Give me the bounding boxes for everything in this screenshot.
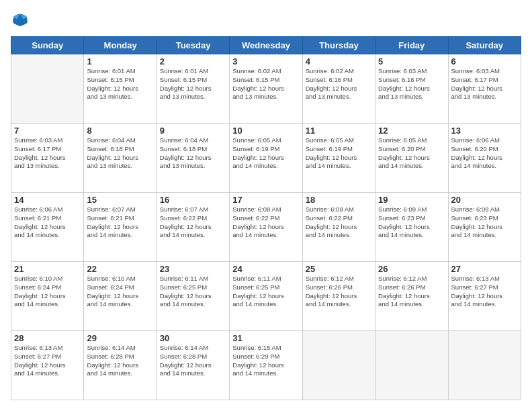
day-info: Sunrise: 6:07 AMSunset: 6:21 PMDaylight:… bbox=[87, 205, 153, 240]
day-cell: 11Sunrise: 6:05 AMSunset: 6:19 PMDayligh… bbox=[302, 124, 375, 193]
day-number: 27 bbox=[451, 264, 518, 274]
day-number: 22 bbox=[87, 264, 153, 274]
day-cell: 1Sunrise: 6:01 AMSunset: 6:15 PMDaylight… bbox=[84, 54, 157, 124]
header bbox=[11, 11, 521, 30]
day-info: Sunrise: 6:06 AMSunset: 6:21 PMDaylight:… bbox=[14, 205, 81, 240]
day-number: 28 bbox=[14, 333, 81, 343]
day-info: Sunrise: 6:10 AMSunset: 6:24 PMDaylight:… bbox=[14, 275, 81, 309]
day-info: Sunrise: 6:11 AMSunset: 6:25 PMDaylight:… bbox=[232, 275, 299, 309]
day-cell bbox=[302, 331, 375, 400]
day-cell: 21Sunrise: 6:10 AMSunset: 6:24 PMDayligh… bbox=[11, 262, 84, 331]
day-info: Sunrise: 6:05 AMSunset: 6:20 PMDaylight:… bbox=[378, 136, 445, 171]
day-number: 31 bbox=[232, 333, 299, 343]
day-info: Sunrise: 6:10 AMSunset: 6:24 PMDaylight:… bbox=[87, 275, 153, 309]
day-cell: 6Sunrise: 6:03 AMSunset: 6:17 PMDaylight… bbox=[448, 54, 521, 124]
day-cell: 31Sunrise: 6:15 AMSunset: 6:29 PMDayligh… bbox=[230, 331, 302, 400]
day-header-wednesday: Wednesday bbox=[230, 37, 302, 54]
day-cell: 15Sunrise: 6:07 AMSunset: 6:21 PMDayligh… bbox=[84, 193, 157, 262]
day-info: Sunrise: 6:01 AMSunset: 6:15 PMDaylight:… bbox=[87, 67, 153, 101]
day-info: Sunrise: 6:13 AMSunset: 6:27 PMDaylight:… bbox=[451, 275, 518, 309]
day-cell: 12Sunrise: 6:05 AMSunset: 6:20 PMDayligh… bbox=[375, 124, 448, 193]
day-cell: 26Sunrise: 6:12 AMSunset: 6:26 PMDayligh… bbox=[375, 262, 448, 331]
day-cell: 17Sunrise: 6:08 AMSunset: 6:22 PMDayligh… bbox=[230, 193, 302, 262]
day-info: Sunrise: 6:03 AMSunset: 6:17 PMDaylight:… bbox=[14, 136, 81, 171]
page: SundayMondayTuesdayWednesdayThursdayFrid… bbox=[0, 0, 532, 411]
day-cell: 20Sunrise: 6:09 AMSunset: 6:23 PMDayligh… bbox=[448, 193, 521, 262]
day-cell: 2Sunrise: 6:01 AMSunset: 6:15 PMDaylight… bbox=[157, 54, 229, 124]
day-number: 3 bbox=[232, 56, 299, 66]
day-number: 21 bbox=[14, 264, 81, 274]
day-number: 6 bbox=[451, 56, 518, 66]
day-number: 10 bbox=[232, 126, 299, 136]
day-info: Sunrise: 6:14 AMSunset: 6:28 PMDaylight:… bbox=[160, 344, 226, 378]
day-number: 1 bbox=[87, 56, 153, 66]
day-number: 12 bbox=[378, 126, 445, 136]
week-row-5: 28Sunrise: 6:13 AMSunset: 6:27 PMDayligh… bbox=[11, 331, 521, 400]
day-number: 2 bbox=[160, 56, 226, 66]
day-cell bbox=[375, 331, 448, 400]
day-info: Sunrise: 6:02 AMSunset: 6:15 PMDaylight:… bbox=[232, 67, 299, 101]
day-info: Sunrise: 6:05 AMSunset: 6:19 PMDaylight:… bbox=[306, 136, 372, 171]
day-info: Sunrise: 6:04 AMSunset: 6:18 PMDaylight:… bbox=[87, 136, 153, 171]
day-cell: 29Sunrise: 6:14 AMSunset: 6:28 PMDayligh… bbox=[84, 331, 157, 400]
day-number: 8 bbox=[87, 126, 153, 136]
day-info: Sunrise: 6:08 AMSunset: 6:22 PMDaylight:… bbox=[232, 205, 299, 240]
day-info: Sunrise: 6:05 AMSunset: 6:19 PMDaylight:… bbox=[232, 136, 299, 171]
calendar-table: SundayMondayTuesdayWednesdayThursdayFrid… bbox=[11, 36, 521, 400]
day-number: 11 bbox=[306, 126, 372, 136]
day-header-friday: Friday bbox=[375, 37, 448, 54]
day-number: 20 bbox=[451, 195, 518, 205]
day-info: Sunrise: 6:03 AMSunset: 6:17 PMDaylight:… bbox=[451, 67, 518, 101]
day-number: 15 bbox=[87, 195, 153, 205]
day-info: Sunrise: 6:12 AMSunset: 6:26 PMDaylight:… bbox=[306, 275, 372, 309]
day-number: 16 bbox=[160, 195, 226, 205]
day-info: Sunrise: 6:14 AMSunset: 6:28 PMDaylight:… bbox=[87, 344, 153, 378]
logo-icon bbox=[11, 11, 30, 30]
week-row-1: 1Sunrise: 6:01 AMSunset: 6:15 PMDaylight… bbox=[11, 54, 521, 124]
day-info: Sunrise: 6:13 AMSunset: 6:27 PMDaylight:… bbox=[14, 344, 81, 378]
day-cell bbox=[448, 331, 521, 400]
day-header-sunday: Sunday bbox=[11, 37, 84, 54]
week-row-2: 7Sunrise: 6:03 AMSunset: 6:17 PMDaylight… bbox=[11, 124, 521, 193]
week-row-3: 14Sunrise: 6:06 AMSunset: 6:21 PMDayligh… bbox=[11, 193, 521, 262]
day-info: Sunrise: 6:08 AMSunset: 6:22 PMDaylight:… bbox=[306, 205, 372, 240]
day-info: Sunrise: 6:09 AMSunset: 6:23 PMDaylight:… bbox=[378, 205, 445, 240]
day-info: Sunrise: 6:07 AMSunset: 6:22 PMDaylight:… bbox=[160, 205, 226, 240]
day-info: Sunrise: 6:09 AMSunset: 6:23 PMDaylight:… bbox=[451, 205, 518, 240]
day-info: Sunrise: 6:11 AMSunset: 6:25 PMDaylight:… bbox=[160, 275, 226, 309]
day-cell: 4Sunrise: 6:02 AMSunset: 6:16 PMDaylight… bbox=[302, 54, 375, 124]
day-number: 18 bbox=[306, 195, 372, 205]
day-info: Sunrise: 6:06 AMSunset: 6:20 PMDaylight:… bbox=[451, 136, 518, 171]
day-cell: 3Sunrise: 6:02 AMSunset: 6:15 PMDaylight… bbox=[230, 54, 302, 124]
day-cell: 23Sunrise: 6:11 AMSunset: 6:25 PMDayligh… bbox=[157, 262, 229, 331]
day-cell: 19Sunrise: 6:09 AMSunset: 6:23 PMDayligh… bbox=[375, 193, 448, 262]
day-cell: 5Sunrise: 6:03 AMSunset: 6:16 PMDaylight… bbox=[375, 54, 448, 124]
day-header-thursday: Thursday bbox=[302, 37, 375, 54]
day-number: 4 bbox=[306, 56, 372, 66]
day-cell: 14Sunrise: 6:06 AMSunset: 6:21 PMDayligh… bbox=[11, 193, 84, 262]
day-number: 17 bbox=[232, 195, 299, 205]
day-number: 19 bbox=[378, 195, 445, 205]
day-cell bbox=[11, 54, 84, 124]
day-info: Sunrise: 6:15 AMSunset: 6:29 PMDaylight:… bbox=[232, 344, 299, 378]
day-info: Sunrise: 6:03 AMSunset: 6:16 PMDaylight:… bbox=[378, 67, 445, 101]
day-cell: 27Sunrise: 6:13 AMSunset: 6:27 PMDayligh… bbox=[448, 262, 521, 331]
day-cell: 10Sunrise: 6:05 AMSunset: 6:19 PMDayligh… bbox=[230, 124, 302, 193]
day-cell: 9Sunrise: 6:04 AMSunset: 6:18 PMDaylight… bbox=[157, 124, 229, 193]
day-info: Sunrise: 6:01 AMSunset: 6:15 PMDaylight:… bbox=[160, 67, 226, 101]
day-number: 23 bbox=[160, 264, 226, 274]
day-header-tuesday: Tuesday bbox=[157, 37, 229, 54]
day-number: 13 bbox=[451, 126, 518, 136]
day-cell: 30Sunrise: 6:14 AMSunset: 6:28 PMDayligh… bbox=[157, 331, 229, 400]
week-row-4: 21Sunrise: 6:10 AMSunset: 6:24 PMDayligh… bbox=[11, 262, 521, 331]
day-cell: 8Sunrise: 6:04 AMSunset: 6:18 PMDaylight… bbox=[84, 124, 157, 193]
day-number: 9 bbox=[160, 126, 226, 136]
day-info: Sunrise: 6:04 AMSunset: 6:18 PMDaylight:… bbox=[160, 136, 226, 171]
day-number: 24 bbox=[232, 264, 299, 274]
day-cell: 24Sunrise: 6:11 AMSunset: 6:25 PMDayligh… bbox=[230, 262, 302, 331]
day-number: 5 bbox=[378, 56, 445, 66]
day-cell: 25Sunrise: 6:12 AMSunset: 6:26 PMDayligh… bbox=[302, 262, 375, 331]
day-number: 7 bbox=[14, 126, 81, 136]
day-cell: 13Sunrise: 6:06 AMSunset: 6:20 PMDayligh… bbox=[448, 124, 521, 193]
day-info: Sunrise: 6:12 AMSunset: 6:26 PMDaylight:… bbox=[378, 275, 445, 309]
